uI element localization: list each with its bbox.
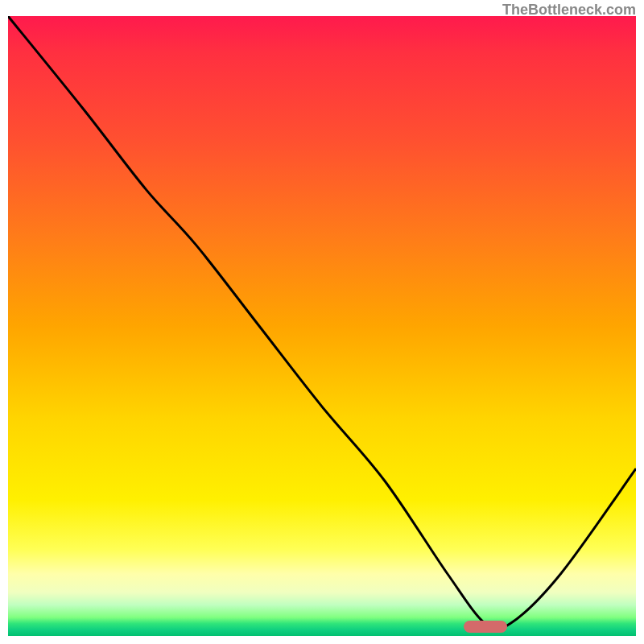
bottleneck-curve: [8, 16, 636, 630]
bottleneck-chart: TheBottleneck.com: [0, 0, 644, 644]
watermark-text: TheBottleneck.com: [502, 2, 636, 19]
curve-overlay: [8, 16, 636, 636]
optimal-marker: [464, 621, 508, 633]
